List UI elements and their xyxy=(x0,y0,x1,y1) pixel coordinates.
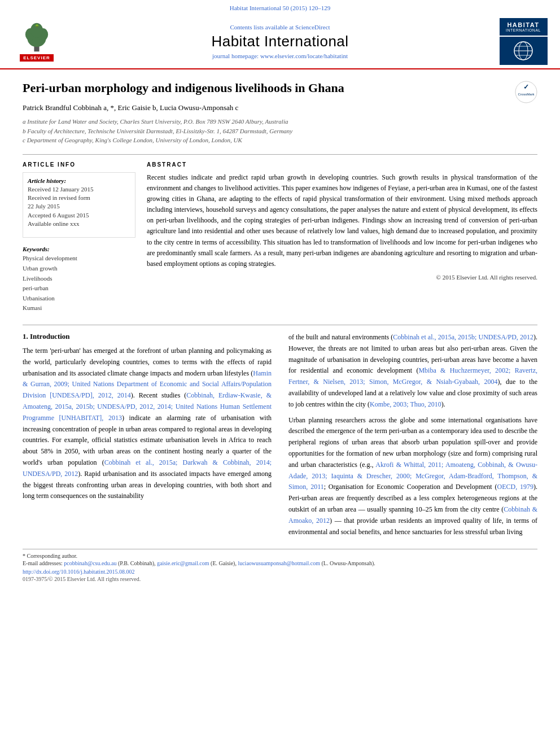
keyword-6: Kumasi xyxy=(23,303,135,313)
elsevier-logo: 🌳 ELSEVIER xyxy=(11,22,62,62)
body-section: 1. Introduction The term 'peri-urban' ha… xyxy=(23,325,537,582)
doi-link[interactable]: http://dx.doi.org/10.1016/j.habitatint.2… xyxy=(23,569,134,575)
history-label: Article history: xyxy=(28,177,130,184)
article-title: Peri-urban morphology and indigenous liv… xyxy=(23,81,504,95)
keywords-block: Keywords: Physical development Urban gro… xyxy=(23,244,135,313)
contents-line: Contents lists available at ScienceDirec… xyxy=(62,24,498,30)
abstract-text: Recent studies indicate and predict rapi… xyxy=(147,172,537,270)
revised-date: Received in revised form 22 July 2015 xyxy=(28,194,130,211)
corresponding-label: * Corresponding author. xyxy=(23,553,77,559)
received-date: Received 12 January 2015 xyxy=(28,185,130,194)
available-date: Available online xxx xyxy=(28,220,130,228)
journal-header: Habitat International 50 (2015) 120–129 … xyxy=(0,0,560,69)
intro-paragraph-2: of the built and natural environments (C… xyxy=(288,332,537,538)
affiliation-b: b Faculty of Architecture, Technische Un… xyxy=(23,126,537,136)
abstract-heading: ABSTRACT xyxy=(147,161,537,168)
corresponding-note: * Corresponding author. xyxy=(23,553,537,559)
ref-cobbinah4[interactable]: Cobbinah & Amoako, 2012 xyxy=(288,505,537,525)
keywords-values: Physical development Urban growth Liveli… xyxy=(23,254,135,313)
article-info-block: Article history: Received 12 January 201… xyxy=(23,172,135,238)
keyword-1: Physical development xyxy=(23,254,135,264)
article-info-heading: ARTICLE INFO xyxy=(23,161,135,168)
elsevier-tree-icon: 🌳 xyxy=(20,22,54,53)
doi-line: http://dx.doi.org/10.1016/j.habitatint.2… xyxy=(23,569,537,575)
svg-text:CrossMark: CrossMark xyxy=(518,93,535,96)
accepted-date: Accepted 6 August 2015 xyxy=(28,211,130,220)
affiliation-a: a Institute for Land Water and Society, … xyxy=(23,117,537,126)
journal-title-center: Contents lists available at ScienceDirec… xyxy=(62,24,498,59)
habitat-title: HABITAT xyxy=(505,21,542,28)
email2-link[interactable]: gaisie.eric@gmail.com xyxy=(157,560,209,566)
ref-cobbinah2[interactable]: Cobbinah et al., 2015a; Darkwah & Cobbin… xyxy=(23,458,272,478)
article-info-col: ARTICLE INFO Article history: Received 1… xyxy=(23,161,135,314)
email-note: E-mail addresses: pcobbinah@csu.edu.au (… xyxy=(23,560,537,566)
email3-person: (L. Owusu-Amponsah). xyxy=(321,560,375,566)
habitat-globe-icon xyxy=(500,37,548,65)
body-right-col: of the built and natural environments (C… xyxy=(288,332,537,542)
email1-link[interactable]: pcobbinah@csu.edu.au xyxy=(64,560,116,566)
journal-ref: Habitat International 50 (2015) 120–129 xyxy=(230,5,330,11)
email-label: E-mail addresses: xyxy=(23,560,63,566)
ref-mbiba[interactable]: Mbiba & Huchzermeyer, 2002; Ravertz, Fer… xyxy=(288,366,537,386)
habitat-subtitle: INTERNATIONAL xyxy=(505,28,542,32)
author-names: Patrick Brandful Cobbinah a, *, Eric Gai… xyxy=(23,103,238,112)
affiliations: a Institute for Land Water and Society, … xyxy=(23,117,537,145)
footnote-section: * Corresponding author. E-mail addresses… xyxy=(23,549,537,582)
body-two-col: 1. Introduction The term 'peri-urban' ha… xyxy=(23,332,537,542)
article-container: Peri-urban morphology and indigenous liv… xyxy=(0,69,560,593)
keywords-label: Keywords: xyxy=(23,246,50,252)
contents-text: Contents lists available at xyxy=(230,24,294,30)
title-row: Peri-urban morphology and indigenous liv… xyxy=(23,81,537,103)
email1-person: (P.B. Cobbinah), xyxy=(118,560,156,566)
sciencedirect-link[interactable]: ScienceDirect xyxy=(295,24,330,30)
email3-link[interactable]: luciaowusuamponsah@hotmail.com xyxy=(238,560,320,566)
intro-paragraph-1: The term 'peri-urban' has emerged at the… xyxy=(23,346,272,502)
svg-text:✓: ✓ xyxy=(523,83,529,91)
habitat-logo: HABITAT INTERNATIONAL xyxy=(500,18,548,36)
homepage-label: journal homepage: xyxy=(212,53,259,59)
journal-main-title: Habitat International xyxy=(62,33,498,50)
email2-person: (E. Gaisie), xyxy=(211,560,237,566)
affiliation-c: c Department of Geography, King's Colleg… xyxy=(23,136,537,145)
journal-homepage: journal homepage: www.elsevier.com/locat… xyxy=(62,53,498,59)
globe-svg xyxy=(512,40,535,62)
keyword-3: Livelihoods xyxy=(23,274,135,284)
elsevier-label: ELSEVIER xyxy=(20,54,54,62)
body-left-col: 1. Introduction The term 'peri-urban' ha… xyxy=(23,332,272,542)
abstract-col: ABSTRACT Recent studies indicate and pre… xyxy=(147,161,537,314)
habitat-logo-box: HABITAT INTERNATIONAL xyxy=(498,18,549,65)
history-group: Article history: Received 12 January 201… xyxy=(28,177,130,229)
copyright-line: © 2015 Elsevier Ltd. All rights reserved… xyxy=(147,274,537,281)
authors-line: Patrick Brandful Cobbinah a, *, Eric Gai… xyxy=(23,103,537,112)
article-info-abstract-row: ARTICLE INFO Article history: Received 1… xyxy=(23,154,537,314)
keyword-4: peri-urban xyxy=(23,283,135,294)
intro-section-title: 1. Introduction xyxy=(23,332,272,341)
ref-oecd[interactable]: OECD, 1979 xyxy=(497,483,534,491)
ref-cobbinah3[interactable]: Cobbinah et al., 2015a, 2015b; UNDESA/PD… xyxy=(393,333,533,341)
crossmark-badge: ✓ CrossMark xyxy=(515,81,537,103)
crossmark-icon: ✓ CrossMark xyxy=(515,81,537,103)
journal-banner: 🌳 ELSEVIER Contents lists available at S… xyxy=(11,15,549,68)
journal-ref-bar: Habitat International 50 (2015) 120–129 xyxy=(11,5,549,11)
homepage-url[interactable]: www.elsevier.com/locate/habitatint xyxy=(260,53,348,59)
keyword-2: Urban growth xyxy=(23,264,135,274)
intro-title: Introduction xyxy=(30,332,70,340)
keyword-5: Urbanisation xyxy=(23,294,135,304)
svg-text:🌳: 🌳 xyxy=(35,24,39,28)
issn-line: 0197-3975/© 2015 Elsevier Ltd. All right… xyxy=(23,576,537,582)
ref-kombe[interactable]: Kombe, 2003; Thuo, 2010 xyxy=(370,400,441,408)
intro-number: 1. xyxy=(23,332,28,340)
